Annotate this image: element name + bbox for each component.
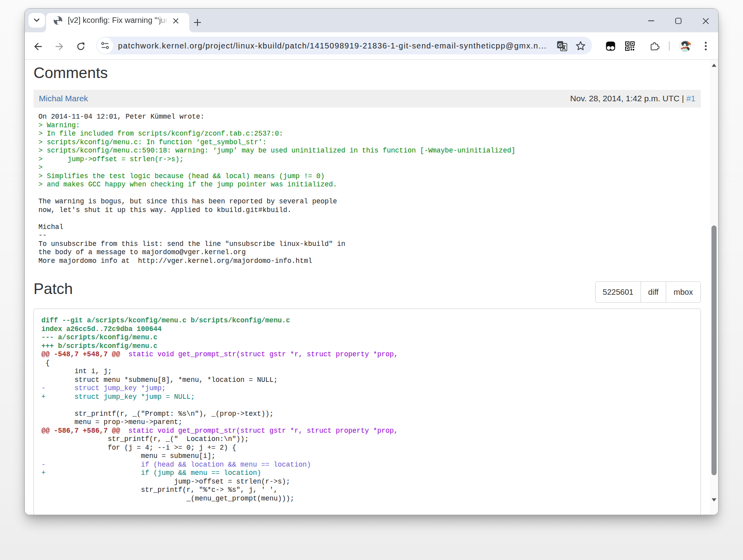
svg-text:G: G: [558, 42, 562, 48]
